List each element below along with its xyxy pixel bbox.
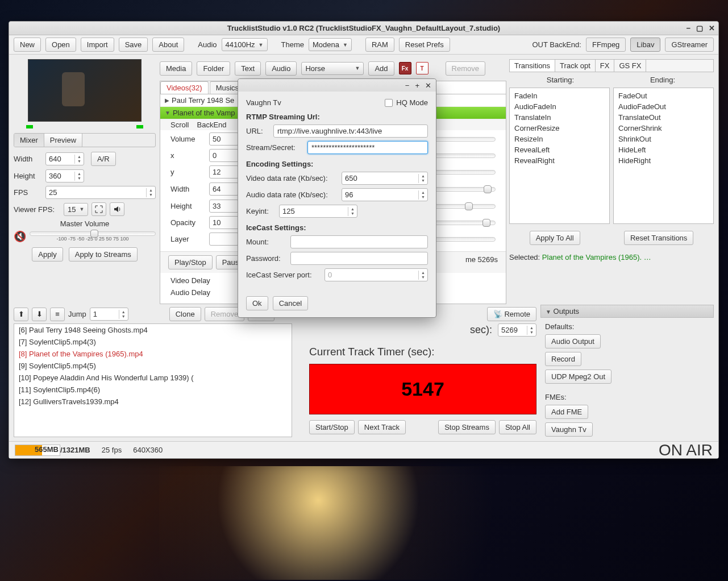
move-down-icon[interactable]: ⬇ <box>32 308 47 321</box>
starting-list[interactable]: FadeInAudioFadeInTranslateInCornerResize… <box>509 88 610 224</box>
prop-opacity[interactable] <box>209 216 239 229</box>
new-button[interactable]: New <box>14 38 41 52</box>
adr-spinner[interactable]: ▲▼ <box>342 188 428 201</box>
maximize-icon[interactable]: ▢ <box>696 24 703 32</box>
list-item[interactable]: AudioFadeOut <box>614 101 713 112</box>
add-button[interactable]: Add <box>368 61 394 76</box>
ram-button[interactable]: RAM <box>365 38 394 52</box>
tab-mixer[interactable]: Mixer <box>14 134 44 147</box>
list-icon[interactable]: ≡ <box>50 308 65 321</box>
vaughn-button[interactable]: Vaughn Tv <box>545 422 593 437</box>
prop-layer[interactable] <box>209 233 239 246</box>
ending-list[interactable]: FadeOutAudioFadeOutTranslateOutCornerShr… <box>613 88 714 224</box>
hq-mode-checkbox[interactable]: HQ Mode <box>385 98 428 107</box>
reset-prefs-button[interactable]: Reset Prefs <box>399 38 450 52</box>
open-button[interactable]: Open <box>45 38 76 52</box>
list-item[interactable]: TranslateIn <box>510 112 609 123</box>
about-button[interactable]: About <box>152 38 184 52</box>
libav-button[interactable]: Libav <box>630 38 660 52</box>
clone-button[interactable]: Clone <box>169 307 201 321</box>
list-item[interactable]: AudioFadeIn <box>510 101 609 112</box>
reset-transitions-button[interactable]: Reset Transitions <box>624 231 693 245</box>
prop-height[interactable] <box>209 200 239 213</box>
list-item[interactable]: RevealLeft <box>510 144 609 155</box>
add-fme-button[interactable]: Add FME <box>545 405 588 419</box>
prop-volume[interactable] <box>209 132 239 146</box>
udp-button[interactable]: UDP Mpeg2 Out <box>545 370 611 384</box>
prop-y[interactable] <box>209 165 239 179</box>
audio-output-button[interactable]: Audio Output <box>545 334 601 348</box>
fps-spinner[interactable]: ▲▼ <box>45 186 156 199</box>
keyint-spinner[interactable]: ▲▼ <box>279 205 357 218</box>
height-spinner[interactable]: ▲▼ <box>45 169 84 182</box>
ffmpeg-button[interactable]: FFmpeg <box>586 38 626 52</box>
ar-button[interactable]: A/R <box>91 152 116 166</box>
apply-streams-button[interactable]: Apply to Streams <box>69 247 138 262</box>
list-item[interactable]: HideLeft <box>614 144 713 155</box>
dlg-close-icon[interactable]: ✕ <box>425 81 431 90</box>
selected-value[interactable]: Planet of the Vampires (1965). … <box>542 253 651 262</box>
subtab-scroll[interactable]: Scroll <box>170 121 189 129</box>
prop-x[interactable] <box>209 149 239 162</box>
remote-button[interactable]: 📡 Remote <box>487 307 536 321</box>
playstop-button[interactable]: Play/Stop <box>168 255 213 269</box>
playlist-item[interactable]: [8] Planet of the Vampires (1965).mp4 <box>14 348 292 360</box>
jump-spinner[interactable]: ▲▼ <box>90 308 128 321</box>
list-item[interactable]: CornerResize <box>510 123 609 134</box>
list-item[interactable]: RevealRight <box>510 155 609 166</box>
list-item[interactable]: TranslateOut <box>614 112 713 123</box>
width-spinner[interactable]: ▲▼ <box>45 152 84 165</box>
track-combo[interactable]: Horse▼ <box>301 62 364 75</box>
list-item[interactable]: FadeIn <box>510 90 609 101</box>
remove-button[interactable]: Remove <box>446 61 485 76</box>
stop-streams-button[interactable]: Stop Streams <box>438 420 496 434</box>
prop-width[interactable] <box>209 182 239 196</box>
playlist[interactable]: [6] Paul Terry 1948 Seeing Ghosts.mp4[7]… <box>14 323 292 437</box>
speaker-icon[interactable] <box>110 202 124 216</box>
move-up-icon[interactable]: ⬆ <box>14 308 28 321</box>
tab-gsfx[interactable]: GS FX <box>614 60 646 72</box>
list-item[interactable]: CornerShrink <box>614 123 713 134</box>
dlg-maximize-icon[interactable]: + <box>415 81 419 90</box>
tab-trackopt[interactable]: Track opt <box>555 60 596 72</box>
stop-all-button[interactable]: Stop All <box>499 420 536 434</box>
url-input[interactable] <box>273 125 428 138</box>
cancel-button[interactable]: Cancel <box>273 296 308 310</box>
ok-button[interactable]: Ok <box>246 296 268 310</box>
fullscreen-icon[interactable] <box>91 202 106 216</box>
playlist-item[interactable]: [6] Paul Terry 1948 Seeing Ghosts.mp4 <box>14 324 292 336</box>
subtab-backend[interactable]: BackEnd <box>197 121 227 129</box>
list-item[interactable]: FadeOut <box>614 90 713 101</box>
playlist-item[interactable]: [9] SoylentClip5.mp4(5) <box>14 360 292 372</box>
apply-button[interactable]: Apply <box>32 247 63 262</box>
effect-icon-2[interactable]: T <box>416 62 429 74</box>
save-button[interactable]: Save <box>119 38 148 52</box>
audio-rate-combo[interactable]: 44100Hz▼ <box>222 38 268 51</box>
viewer-fps-combo[interactable]: 15▼ <box>64 203 88 216</box>
theme-combo[interactable]: Modena▼ <box>309 38 352 51</box>
playlist-item[interactable]: [7] SoylentClip5.mp4(3) <box>14 336 292 348</box>
master-volume-slider[interactable] <box>30 231 156 236</box>
minimize-icon[interactable]: − <box>686 24 690 32</box>
gstreamer-button[interactable]: GStreamer <box>665 38 714 52</box>
stream-secret-input[interactable] <box>307 141 428 154</box>
startstop-button[interactable]: Start/Stop <box>309 420 355 434</box>
close-icon[interactable]: ✕ <box>709 24 715 32</box>
record-button[interactable]: Record <box>545 352 581 366</box>
port-spinner[interactable]: ▲▼ <box>325 268 428 281</box>
sec-spinner[interactable]: ▲▼ <box>498 323 536 337</box>
playlist-item[interactable]: [10] Popeye Aladdin And His Wonderful La… <box>14 372 292 384</box>
apply-all-button[interactable]: Apply To All <box>530 231 580 245</box>
text-button[interactable]: Text <box>235 61 261 76</box>
media-button[interactable]: Media <box>160 61 192 76</box>
playlist-item[interactable]: [12] GulliversTravels1939.mp4 <box>14 396 292 408</box>
list-item[interactable]: HideRight <box>614 155 713 166</box>
password-input[interactable] <box>290 252 428 265</box>
list-item[interactable]: ShrinkOut <box>614 134 713 144</box>
next-track-button[interactable]: Next Track <box>358 420 406 434</box>
titlebar[interactable]: TrucklistStudio v1.0 RC2 (TrucklistStudi… <box>9 22 718 35</box>
folder-button[interactable]: Folder <box>197 61 230 76</box>
dlg-minimize-icon[interactable]: − <box>405 81 410 90</box>
import-button[interactable]: Import <box>81 38 114 52</box>
tab-preview[interactable]: Preview <box>44 134 82 147</box>
